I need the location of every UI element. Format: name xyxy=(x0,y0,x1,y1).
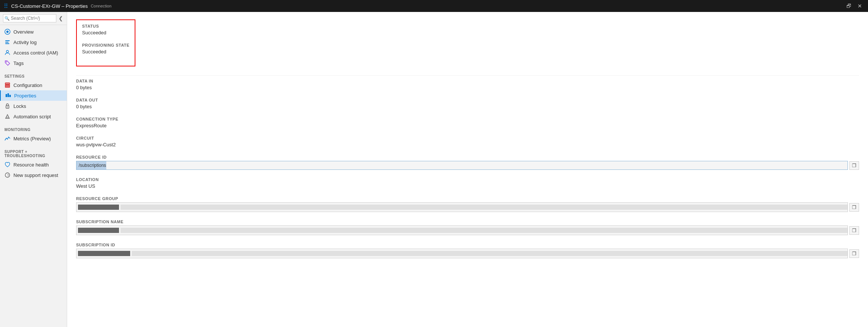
locks-icon xyxy=(4,103,10,109)
subscription-id-label: SUBSCRIPTION ID xyxy=(76,243,859,247)
nav-settings: SETTINGS Configuration xyxy=(0,70,67,123)
sidebar-item-locks[interactable]: Locks xyxy=(0,101,67,111)
search-icon: 🔍 xyxy=(4,16,10,21)
circuit-label: CIRCUIT xyxy=(76,136,859,140)
activity-log-icon xyxy=(4,39,10,45)
sidebar-item-tags[interactable]: Tags xyxy=(0,58,67,68)
sidebar-label-activity-log: Activity log xyxy=(13,40,37,45)
resource-group-field-group: RESOURCE GROUP ❐ xyxy=(76,196,859,212)
svg-rect-2 xyxy=(5,40,10,41)
location-value: West US xyxy=(76,183,859,189)
iam-icon xyxy=(4,50,10,56)
provisioning-field-group: PROVISIONING STATE Succeeded xyxy=(82,43,129,54)
brand-icon: ⠿ xyxy=(4,3,8,10)
titlebar: ⠿ CS-Customer-EXr-GW – Properties Connec… xyxy=(0,0,868,12)
svg-point-1 xyxy=(6,31,9,33)
svg-point-5 xyxy=(6,50,9,53)
restore-button[interactable]: 🗗 xyxy=(844,2,854,10)
subscription-name-row: ❐ xyxy=(76,225,859,235)
divider-1 xyxy=(76,75,859,76)
status-value: Succeeded xyxy=(82,30,129,35)
tags-icon xyxy=(4,60,10,66)
svg-rect-11 xyxy=(7,93,9,97)
svg-rect-10 xyxy=(6,94,7,97)
data-out-field-group: DATA OUT 0 bytes xyxy=(76,98,859,109)
subscription-name-field-group: SUBSCRIPTION NAME ❐ xyxy=(76,219,859,235)
monitoring-section-header: MONITORING xyxy=(0,125,67,133)
location-field-group: LOCATION West US xyxy=(76,177,859,189)
subscription-name-copy-button[interactable]: ❐ xyxy=(849,226,859,235)
connection-type-field-group: CONNECTION TYPE ExpressRoute xyxy=(76,117,859,128)
support-request-icon: ? xyxy=(4,172,10,178)
provisioning-value: Succeeded xyxy=(82,49,129,54)
health-icon xyxy=(4,162,10,168)
sidebar-label-locks: Locks xyxy=(13,103,26,109)
sidebar-label-metrics: Metrics (Preview) xyxy=(13,136,51,141)
resource-id-copy-button[interactable]: ❐ xyxy=(849,161,859,170)
subscription-id-field-group: SUBSCRIPTION ID ❐ xyxy=(76,243,859,258)
data-out-label: DATA OUT xyxy=(76,98,859,102)
connection-type-value: ExpressRoute xyxy=(76,123,859,128)
settings-section-header: SETTINGS xyxy=(0,71,67,80)
nav-monitoring: MONITORING Metrics (Preview) xyxy=(0,123,67,145)
data-in-field-group: DATA IN 0 bytes xyxy=(76,79,859,90)
sidebar-label-properties: Properties xyxy=(14,93,36,99)
status-provisioning-block: STATUS Succeeded PROVISIONING STATE Succ… xyxy=(76,19,135,66)
resource-group-copy-button[interactable]: ❐ xyxy=(849,203,859,212)
svg-point-14 xyxy=(7,107,8,108)
sidebar-item-automation[interactable]: Automation script xyxy=(0,111,67,122)
location-label: LOCATION xyxy=(76,177,859,182)
svg-rect-3 xyxy=(5,42,9,43)
svg-rect-7 xyxy=(5,83,10,84)
sidebar-item-metrics[interactable]: Metrics (Preview) xyxy=(0,133,67,144)
sidebar-item-configuration[interactable]: Configuration xyxy=(0,80,67,90)
close-button[interactable]: ✕ xyxy=(855,2,864,10)
data-in-value: 0 bytes xyxy=(76,85,859,90)
connection-type-label: CONNECTION TYPE xyxy=(76,117,859,121)
resource-id-input[interactable] xyxy=(76,161,848,170)
status-label: STATUS xyxy=(82,24,129,28)
data-in-label: DATA IN xyxy=(76,79,859,83)
main-layout: 🔍 ❮ Overview xyxy=(0,12,868,327)
config-icon xyxy=(4,82,10,88)
sidebar-label-tags: Tags xyxy=(13,60,23,66)
resource-group-label: RESOURCE GROUP xyxy=(76,196,859,201)
titlebar-title: CS-Customer-EXr-GW – Properties xyxy=(11,3,88,9)
sidebar-item-new-support[interactable]: ? New support request xyxy=(0,170,67,180)
sidebar-label-resource-health: Resource health xyxy=(13,162,49,168)
automation-icon xyxy=(4,113,10,119)
provisioning-label: PROVISIONING STATE xyxy=(82,43,129,47)
subscription-id-copy-button[interactable]: ❐ xyxy=(849,249,859,258)
search-input[interactable] xyxy=(3,14,56,22)
support-section-header: SUPPORT + TROUBLESHOOTING xyxy=(0,147,67,159)
titlebar-left: ⠿ CS-Customer-EXr-GW – Properties Connec… xyxy=(4,3,112,10)
metrics-icon xyxy=(4,136,10,141)
overview-icon xyxy=(4,29,10,35)
nav-support: SUPPORT + TROUBLESHOOTING Resource healt… xyxy=(0,145,67,182)
content-area: STATUS Succeeded PROVISIONING STATE Succ… xyxy=(67,12,868,327)
sidebar-item-resource-health[interactable]: Resource health xyxy=(0,159,67,170)
collapse-button[interactable]: ❮ xyxy=(58,15,64,21)
subscription-name-label: SUBSCRIPTION NAME xyxy=(76,219,859,224)
svg-text:?: ? xyxy=(7,174,9,177)
data-out-value: 0 bytes xyxy=(76,104,859,109)
resource-group-row: ❐ xyxy=(76,202,859,212)
sidebar-item-overview[interactable]: Overview xyxy=(0,27,67,37)
sidebar-item-properties[interactable]: Properties xyxy=(0,90,67,101)
props-icon xyxy=(5,93,11,99)
sidebar-label-overview: Overview xyxy=(13,29,34,35)
titlebar-subtitle: Connection xyxy=(91,4,112,8)
svg-rect-12 xyxy=(9,95,11,97)
sidebar-label-new-support: New support request xyxy=(13,172,58,178)
svg-rect-8 xyxy=(5,85,10,86)
resource-id-label: RESOURCE ID xyxy=(76,155,859,159)
sidebar-item-activity-log[interactable]: Activity log xyxy=(0,37,67,47)
circuit-value: wus-pvtpvw-Cust2 xyxy=(76,142,859,147)
status-field-group: STATUS Succeeded xyxy=(82,24,129,35)
sidebar-label-configuration: Configuration xyxy=(13,82,42,88)
resource-id-row: ❐ xyxy=(76,161,859,170)
resource-id-field-group: RESOURCE ID ❐ xyxy=(76,155,859,170)
sidebar-label-iam: Access control (IAM) xyxy=(13,50,58,56)
sidebar-item-iam[interactable]: Access control (IAM) xyxy=(0,47,67,58)
sidebar-label-automation: Automation script xyxy=(13,114,51,119)
